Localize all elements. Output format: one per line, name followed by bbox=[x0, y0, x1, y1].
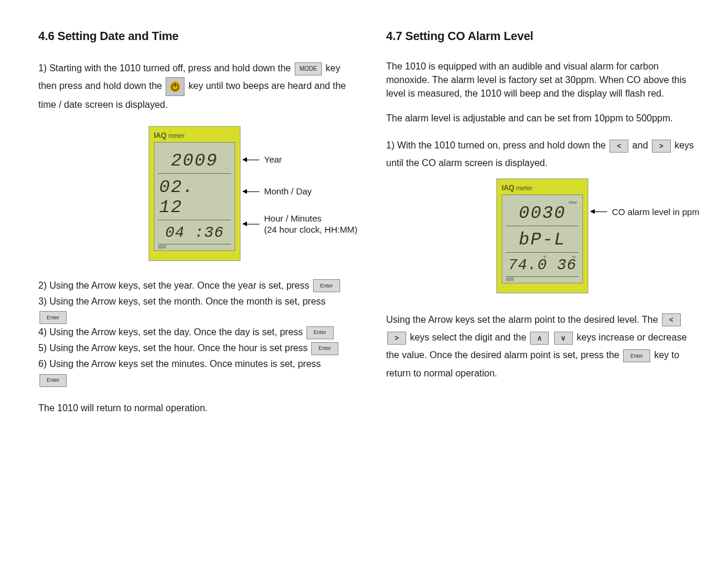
enter-key-icon: Enter bbox=[39, 311, 67, 324]
co-para-3: Using the Arrow keys set the alarm point… bbox=[386, 311, 699, 383]
mode-key-icon: MODE bbox=[295, 62, 322, 75]
usb-indicator-icon bbox=[158, 245, 166, 249]
step-3: 3) Using the Arrow keys, set the month. … bbox=[38, 295, 351, 325]
step-5: 5) Using the Arrow keys, set the hour. O… bbox=[38, 341, 351, 356]
iaq-meter: IAQ meter PPM 0030 bP-L °F % 74.0 36 bbox=[496, 178, 588, 293]
co-para-1: The 1010 is equipped with an audible and… bbox=[386, 59, 699, 101]
co-step-1: 1) With the 1010 turned on, press and ho… bbox=[386, 137, 699, 173]
right-arrow-key-icon: > bbox=[387, 332, 406, 345]
left-arrow-key-icon: < bbox=[610, 140, 628, 153]
enter-key-icon: Enter bbox=[307, 326, 334, 339]
callout-co-level: CO alarm level in ppm bbox=[591, 207, 699, 218]
lcd-co-level: 0030 bbox=[519, 203, 566, 223]
co-para-2: The alarm level is adjustable and can be… bbox=[386, 111, 699, 125]
lcd-temp-hum: 74.0 36 bbox=[508, 256, 577, 274]
lcd-month-day: 02. 12 bbox=[159, 177, 230, 217]
up-arrow-key-icon: ∧ bbox=[530, 332, 549, 345]
power-key-icon bbox=[166, 77, 185, 96]
step-4: 4) Using the Arrow keys, set the day. On… bbox=[38, 325, 351, 340]
iaq-meter: IAQ meter 2009 02. 12 04 :36 bbox=[149, 126, 241, 261]
section-date-time: 4.6 Setting Date and Time 1) Starting wi… bbox=[38, 24, 351, 538]
lcd-bp-l: bP-L bbox=[519, 230, 566, 250]
enter-key-icon: Enter bbox=[39, 374, 67, 387]
heading-4-6: 4.6 Setting Date and Time bbox=[38, 29, 351, 43]
step-2: 2) Using the Arrow keys, set the year. O… bbox=[38, 279, 351, 293]
date-footer: The 1010 will return to normal operation… bbox=[38, 401, 351, 415]
date-steps: 2) Using the Arrow keys, set the year. O… bbox=[38, 279, 351, 387]
enter-key-icon: Enter bbox=[313, 279, 340, 292]
svg-rect-2 bbox=[174, 83, 176, 87]
heading-4-7: 4.7 Setting CO Alarm Level bbox=[386, 29, 699, 43]
callout-month-day: Month / Day bbox=[243, 186, 312, 197]
down-arrow-key-icon: ∨ bbox=[554, 332, 573, 345]
step-6: 6) Using the Arrow keys set the minutes.… bbox=[38, 357, 351, 387]
usb-indicator-icon bbox=[506, 277, 514, 281]
step-1-date: 1) Starting with the 1010 turned off, pr… bbox=[38, 59, 351, 114]
right-arrow-key-icon: > bbox=[652, 140, 671, 153]
callout-hour-min: Hour / Minutes (24 hour clock, HH:MM) bbox=[243, 213, 357, 236]
lcd-screen: PPM 0030 bP-L °F % 74.0 36 bbox=[502, 194, 583, 283]
ppm-label: PPM bbox=[569, 201, 577, 204]
co-meter-figure: IAQ meter PPM 0030 bP-L °F % 74.0 36 bbox=[386, 178, 699, 293]
degf-label: °F bbox=[542, 255, 546, 259]
left-arrow-key-icon: < bbox=[662, 313, 681, 326]
meter-title: IAQ meter bbox=[502, 184, 583, 192]
meter-title: IAQ meter bbox=[154, 131, 235, 140]
lcd-time: 04 :36 bbox=[165, 224, 224, 242]
section-co-alarm: 4.7 Setting CO Alarm Level The 1010 is e… bbox=[386, 24, 699, 538]
lcd-screen: 2009 02. 12 04 :36 bbox=[154, 142, 235, 251]
date-meter-figure: IAQ meter 2009 02. 12 04 :36 Year Month … bbox=[38, 126, 351, 261]
lcd-year: 2009 bbox=[171, 151, 218, 171]
pct-label: % bbox=[572, 255, 575, 259]
enter-key-icon: Enter bbox=[623, 349, 650, 362]
callout-year: Year bbox=[243, 154, 282, 166]
enter-key-icon: Enter bbox=[311, 342, 338, 355]
